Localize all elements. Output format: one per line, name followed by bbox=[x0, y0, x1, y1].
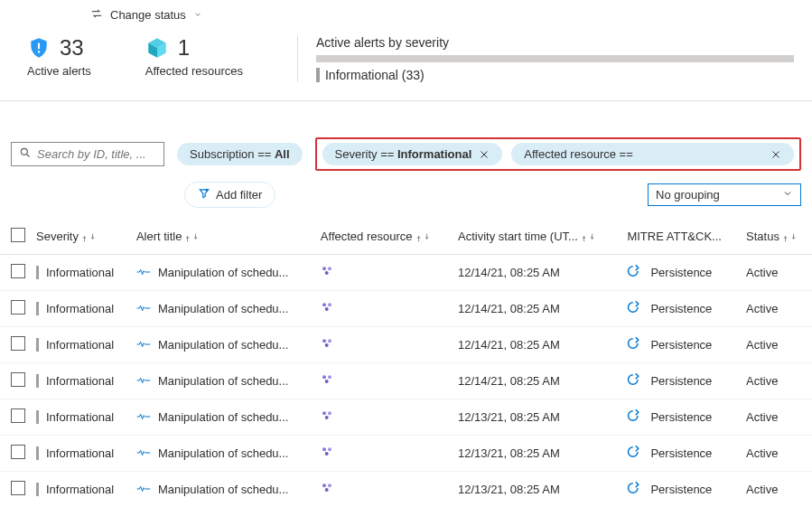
severity-cell: Informational bbox=[31, 255, 131, 291]
activity-icon bbox=[136, 446, 151, 460]
severity-bar bbox=[316, 55, 794, 62]
persistence-icon bbox=[627, 264, 643, 281]
severity-chip-icon bbox=[316, 68, 320, 82]
persistence-icon bbox=[627, 336, 643, 353]
svg-point-6 bbox=[322, 303, 326, 306]
severity-value: Informational bbox=[36, 338, 126, 352]
severity-cell: Informational bbox=[31, 399, 131, 436]
close-icon[interactable] bbox=[770, 149, 781, 160]
affected-resource-cell bbox=[315, 291, 453, 327]
resource-icon bbox=[321, 484, 335, 497]
row-checkbox[interactable] bbox=[0, 436, 31, 472]
active-alerts-label: Active alerts bbox=[27, 64, 91, 78]
svg-point-22 bbox=[328, 484, 331, 487]
svg-point-3 bbox=[322, 267, 326, 270]
filter-bar-row2: Add filter No grouping bbox=[0, 178, 812, 219]
svg-point-16 bbox=[328, 411, 331, 415]
activity-icon bbox=[136, 410, 151, 424]
search-icon bbox=[19, 146, 32, 162]
resource-icon bbox=[321, 375, 335, 389]
table-row[interactable]: Informational Manipulation of schedu... … bbox=[0, 472, 812, 508]
svg-point-21 bbox=[322, 484, 326, 487]
table-row[interactable]: Informational Manipulation of schedu... … bbox=[0, 291, 812, 327]
activity-time-cell: 12/14/21, 08:25 AM bbox=[453, 363, 621, 399]
activity-icon bbox=[136, 483, 151, 496]
svg-point-20 bbox=[325, 452, 329, 455]
table-row[interactable]: Informational Manipulation of schedu... … bbox=[0, 436, 812, 472]
severity-cell: Informational bbox=[31, 472, 131, 508]
subscription-filter-pill[interactable]: Subscription == All bbox=[177, 143, 303, 165]
svg-point-11 bbox=[325, 343, 329, 347]
mitre-text: Persistence bbox=[650, 338, 712, 352]
search-field[interactable] bbox=[37, 147, 156, 161]
sort-icon bbox=[783, 233, 798, 242]
add-filter-label: Add filter bbox=[216, 188, 262, 202]
resource-icon bbox=[321, 447, 335, 461]
mitre-cell: Persistence bbox=[621, 399, 741, 436]
activity-time-cell: 12/14/21, 08:25 AM bbox=[453, 255, 621, 291]
swap-icon bbox=[90, 7, 103, 23]
sev-prefix: Severity == bbox=[335, 147, 397, 161]
grouping-dropdown[interactable]: No grouping bbox=[648, 183, 801, 206]
table-row[interactable]: Informational Manipulation of schedu... … bbox=[0, 327, 812, 363]
close-icon[interactable] bbox=[479, 149, 490, 160]
severity-value: Informational bbox=[36, 483, 126, 496]
table-row[interactable]: Informational Manipulation of schedu... … bbox=[0, 363, 812, 399]
row-checkbox[interactable] bbox=[0, 399, 31, 436]
sort-icon bbox=[82, 233, 98, 242]
status-cell: Active bbox=[741, 472, 812, 508]
svg-point-10 bbox=[328, 339, 331, 343]
row-checkbox[interactable] bbox=[0, 363, 31, 399]
persistence-icon bbox=[627, 372, 643, 390]
sort-icon bbox=[185, 233, 201, 242]
mitre-text: Persistence bbox=[650, 374, 712, 388]
svg-point-14 bbox=[325, 380, 329, 383]
resource-icon bbox=[321, 303, 335, 316]
shield-icon bbox=[27, 36, 51, 60]
affected-filter-pill[interactable]: Affected resource == bbox=[511, 143, 794, 165]
row-checkbox[interactable] bbox=[0, 472, 31, 508]
affected-resource-cell bbox=[315, 363, 453, 399]
change-status-button[interactable]: Change status bbox=[110, 8, 186, 22]
svg-point-18 bbox=[322, 447, 326, 451]
svg-point-19 bbox=[328, 447, 331, 451]
header-checkbox[interactable] bbox=[0, 219, 31, 255]
header-status[interactable]: Status bbox=[741, 219, 812, 255]
alert-title-cell: Manipulation of schedu... bbox=[131, 472, 315, 508]
severity-value: Informational bbox=[36, 302, 126, 315]
activity-time-cell: 12/13/21, 08:25 AM bbox=[453, 436, 621, 472]
header-mitre[interactable]: MITRE ATT&CK... bbox=[621, 219, 741, 255]
header-activity-start[interactable]: Activity start time (UT... bbox=[453, 219, 621, 255]
affected-resource-cell bbox=[315, 472, 453, 508]
filter-bar: Subscription == All Severity == Informat… bbox=[0, 101, 812, 178]
severity-filter-pill[interactable]: Severity == Informational bbox=[322, 143, 503, 165]
mitre-cell: Persistence bbox=[621, 472, 741, 508]
status-cell: Active bbox=[741, 291, 812, 327]
search-input[interactable] bbox=[11, 142, 164, 166]
status-cell: Active bbox=[741, 327, 812, 363]
resource-icon bbox=[321, 267, 335, 280]
header-alert-title[interactable]: Alert title bbox=[131, 219, 315, 255]
add-filter-button[interactable]: Add filter bbox=[184, 182, 275, 208]
affected-resource-cell bbox=[315, 436, 453, 472]
affected-resource-cell bbox=[315, 399, 453, 436]
activity-icon bbox=[136, 266, 151, 279]
sub-prefix: Subscription == bbox=[190, 147, 275, 161]
persistence-icon bbox=[627, 445, 643, 462]
alert-title-cell: Manipulation of schedu... bbox=[131, 363, 315, 399]
mitre-cell: Persistence bbox=[621, 291, 741, 327]
svg-point-2 bbox=[21, 148, 27, 155]
row-checkbox[interactable] bbox=[0, 255, 31, 291]
alert-title-cell: Manipulation of schedu... bbox=[131, 399, 315, 436]
svg-point-7 bbox=[328, 303, 331, 306]
table-row[interactable]: Informational Manipulation of schedu... … bbox=[0, 399, 812, 436]
activity-icon bbox=[136, 374, 151, 388]
sort-icon bbox=[582, 233, 597, 242]
table-row[interactable]: Informational Manipulation of schedu... … bbox=[0, 255, 812, 291]
header-affected-resource[interactable]: Affected resource bbox=[315, 219, 453, 255]
row-checkbox[interactable] bbox=[0, 291, 31, 327]
row-checkbox[interactable] bbox=[0, 327, 31, 363]
header-severity[interactable]: Severity bbox=[31, 219, 131, 255]
activity-icon bbox=[136, 338, 151, 352]
active-alerts-stat: 33 Active alerts bbox=[27, 35, 91, 78]
